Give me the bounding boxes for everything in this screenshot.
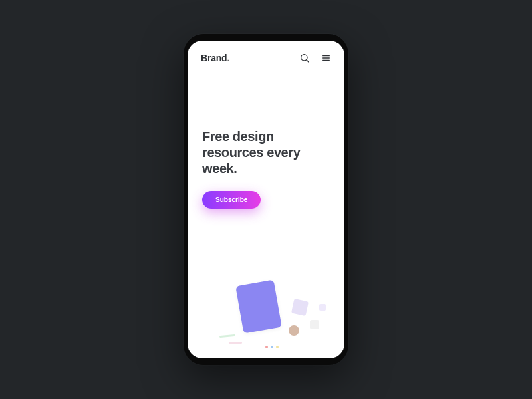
illustration-card — [235, 280, 282, 334]
brand-logo[interactable]: Brand. — [201, 53, 229, 63]
brand-dot: . — [227, 53, 229, 63]
svg-line-1 — [307, 60, 309, 62]
illustration-line-2 — [229, 342, 242, 344]
svg-point-5 — [265, 346, 268, 348]
header-actions — [299, 53, 331, 63]
hero-section: Free design resources every week. Subscr… — [188, 68, 344, 209]
hero-headline: Free design resources every week. — [202, 128, 330, 176]
app-screen: Brand. Free desig — [188, 41, 344, 358]
illustration-circle — [289, 325, 299, 336]
search-icon[interactable] — [299, 53, 310, 63]
hero-illustration — [188, 259, 344, 358]
subscribe-button[interactable]: Subscribe — [202, 191, 261, 209]
illustration-square — [291, 299, 309, 316]
app-header: Brand. — [188, 41, 344, 68]
illustration-dots — [265, 341, 281, 353]
svg-point-7 — [276, 346, 279, 348]
illustration-line-1 — [219, 334, 235, 338]
phone-device-frame: Brand. Free desig — [184, 34, 348, 365]
menu-icon[interactable] — [321, 53, 331, 63]
svg-point-6 — [271, 346, 273, 348]
illustration-small-square-2 — [310, 320, 319, 329]
brand-name: Brand — [201, 53, 227, 63]
illustration-small-square-1 — [319, 304, 326, 311]
